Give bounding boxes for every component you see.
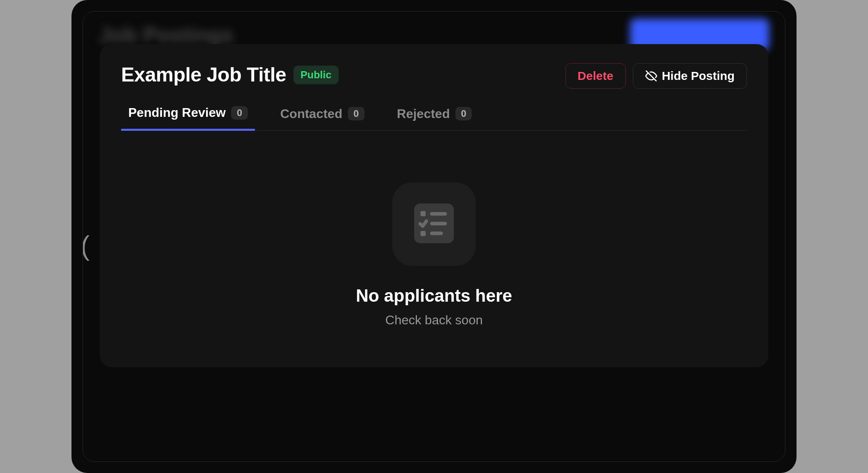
app-frame: Job Postings ( Example Job Title Public … (71, 0, 797, 473)
modal-actions: Delete Hide Posting (565, 63, 747, 89)
svg-rect-3 (430, 212, 447, 216)
chevron-left-icon[interactable]: ( (83, 232, 90, 259)
status-badge: Public (293, 66, 339, 84)
tab-contacted[interactable]: Contacted 0 (273, 105, 372, 131)
empty-state-icon-wrap (392, 182, 476, 266)
delete-button-label: Delete (578, 69, 613, 83)
modal-header: Example Job Title Public Delete (121, 63, 747, 89)
tabs: Pending Review 0 Contacted 0 Rejected 0 (121, 105, 747, 131)
count-badge: 0 (348, 107, 364, 120)
tab-rejected[interactable]: Rejected 0 (390, 105, 479, 131)
job-posting-modal: Example Job Title Public Delete (100, 44, 768, 367)
count-badge: 0 (231, 106, 247, 120)
eye-off-icon (645, 70, 657, 82)
tab-pending-review[interactable]: Pending Review 0 (121, 105, 255, 131)
title-group: Example Job Title Public (121, 63, 339, 86)
hide-posting-label: Hide Posting (662, 69, 735, 83)
tab-label: Rejected (397, 107, 450, 121)
svg-rect-5 (420, 231, 426, 236)
delete-button[interactable]: Delete (565, 63, 626, 89)
list-check-icon (410, 200, 458, 249)
app-inner-frame: Job Postings ( Example Job Title Public … (83, 11, 785, 462)
hide-posting-button[interactable]: Hide Posting (633, 63, 747, 89)
tab-label: Contacted (280, 107, 342, 121)
empty-state: No applicants here Check back soon (121, 131, 747, 328)
count-badge: 0 (455, 107, 472, 120)
empty-state-subtitle: Check back soon (385, 313, 482, 328)
svg-rect-2 (420, 211, 426, 216)
background-page-title: Job Postings (99, 22, 233, 47)
svg-rect-6 (430, 232, 443, 235)
job-title: Example Job Title (121, 63, 286, 86)
empty-state-title: No applicants here (356, 286, 512, 306)
tab-label: Pending Review (128, 105, 226, 120)
svg-rect-4 (430, 222, 447, 225)
